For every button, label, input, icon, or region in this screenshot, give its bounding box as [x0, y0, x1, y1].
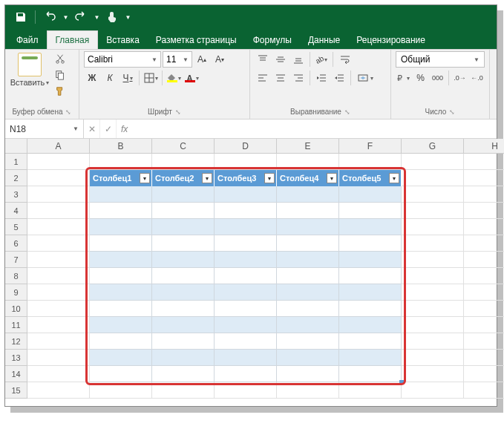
fx-icon[interactable]: fx [117, 124, 132, 134]
table-cell[interactable] [339, 186, 402, 203]
cell[interactable] [402, 301, 464, 317]
column-header[interactable]: E [277, 139, 339, 154]
table-cell[interactable] [277, 301, 339, 317]
table-cell[interactable] [339, 219, 402, 235]
table-cell[interactable] [339, 317, 402, 333]
cell[interactable] [27, 219, 90, 235]
comma-format-icon[interactable]: 000 [430, 70, 445, 86]
cell[interactable] [464, 219, 504, 235]
cell[interactable] [339, 154, 402, 170]
cell[interactable] [402, 154, 464, 170]
font-dialog-icon[interactable]: ⤡ [175, 108, 181, 116]
cell[interactable] [402, 203, 464, 219]
table-cell[interactable] [215, 366, 277, 382]
tab-formulas[interactable]: Формулы [245, 31, 300, 49]
table-cell[interactable] [339, 252, 402, 268]
filter-dropdown-icon[interactable]: ▼ [202, 173, 212, 183]
row-header[interactable]: 6 [5, 235, 27, 252]
table-cell[interactable] [90, 301, 152, 317]
align-right-icon[interactable] [290, 70, 307, 86]
table-cell[interactable] [90, 366, 152, 382]
row-header[interactable]: 7 [5, 252, 27, 268]
accounting-format-icon[interactable]: ₽▾ [396, 70, 411, 86]
cell[interactable] [27, 366, 90, 382]
table-cell[interactable] [215, 252, 277, 268]
table-header-cell[interactable]: Столбец1▼ [90, 170, 152, 186]
table-cell[interactable] [215, 301, 277, 317]
table-cell[interactable] [215, 219, 277, 235]
table-cell[interactable] [277, 284, 339, 301]
cell[interactable] [402, 170, 464, 186]
table-cell[interactable] [152, 186, 215, 203]
column-header[interactable]: B [90, 139, 152, 154]
cell[interactable] [464, 284, 504, 301]
cell[interactable] [464, 382, 504, 399]
row-header[interactable]: 8 [5, 268, 27, 284]
table-cell[interactable] [215, 350, 277, 366]
table-cell[interactable] [215, 284, 277, 301]
cell[interactable] [27, 235, 90, 252]
increase-font-icon[interactable]: A▴ [194, 51, 210, 68]
increase-decimal-icon[interactable]: .0→ [452, 70, 468, 86]
table-cell[interactable] [90, 219, 152, 235]
tab-data[interactable]: Данные [300, 31, 348, 49]
table-header-cell[interactable]: Столбец3▼ [215, 170, 277, 186]
wrap-text-button[interactable] [336, 51, 356, 68]
table-cell[interactable] [90, 284, 152, 301]
clipboard-dialog-icon[interactable]: ⤡ [65, 108, 71, 116]
column-header[interactable]: A [27, 139, 90, 154]
cell[interactable] [402, 382, 464, 399]
cell[interactable] [27, 284, 90, 301]
font-size-select[interactable]: 11▼ [163, 51, 192, 68]
table-cell[interactable] [152, 333, 215, 350]
align-top-icon[interactable] [255, 51, 271, 68]
table-cell[interactable] [90, 333, 152, 350]
cell[interactable] [27, 170, 90, 186]
cell[interactable] [402, 366, 464, 382]
cell[interactable] [464, 203, 504, 219]
cell[interactable] [277, 382, 339, 399]
filter-dropdown-icon[interactable]: ▼ [264, 173, 275, 183]
cell[interactable] [464, 268, 504, 284]
enter-formula-icon[interactable]: ✓ [100, 120, 117, 138]
select-all-corner[interactable] [5, 139, 27, 154]
percent-format-icon[interactable]: % [413, 70, 428, 86]
table-cell[interactable] [277, 317, 339, 333]
cell[interactable] [27, 203, 90, 219]
qat-customize-icon[interactable]: ▼ [123, 7, 132, 27]
cell[interactable] [152, 382, 215, 399]
align-middle-icon[interactable] [272, 51, 289, 68]
name-box[interactable]: N18▼ [5, 120, 84, 138]
column-header[interactable]: F [339, 139, 402, 154]
cell[interactable] [464, 252, 504, 268]
row-header[interactable]: 10 [5, 301, 27, 317]
cell[interactable] [464, 170, 504, 186]
fill-color-button[interactable]: ▾ [166, 70, 182, 86]
cell[interactable] [464, 186, 504, 203]
row-header[interactable]: 2 [5, 170, 27, 186]
align-bottom-icon[interactable] [290, 51, 307, 68]
cell[interactable] [464, 366, 504, 382]
column-header[interactable]: D [215, 139, 277, 154]
column-header[interactable]: G [402, 139, 464, 154]
table-cell[interactable] [339, 268, 402, 284]
tab-file[interactable]: Файл [8, 31, 47, 49]
row-header[interactable]: 3 [5, 186, 27, 203]
touch-mode-icon[interactable] [102, 7, 122, 27]
increase-indent-icon[interactable] [331, 70, 347, 86]
redo-icon[interactable] [71, 7, 91, 27]
table-cell[interactable] [152, 203, 215, 219]
table-cell[interactable] [90, 317, 152, 333]
cell[interactable] [464, 301, 504, 317]
cell[interactable] [277, 154, 339, 170]
tab-home[interactable]: Главная [47, 30, 99, 49]
table-cell[interactable] [277, 366, 339, 382]
table-cell[interactable] [90, 186, 152, 203]
table-cell[interactable] [277, 235, 339, 252]
table-cell[interactable] [215, 235, 277, 252]
font-name-select[interactable]: Calibri▼ [84, 51, 161, 68]
row-header[interactable]: 14 [5, 366, 27, 382]
cell[interactable] [90, 382, 152, 399]
orientation-icon[interactable]: ab▾ [313, 51, 330, 68]
formula-bar[interactable] [132, 120, 497, 138]
